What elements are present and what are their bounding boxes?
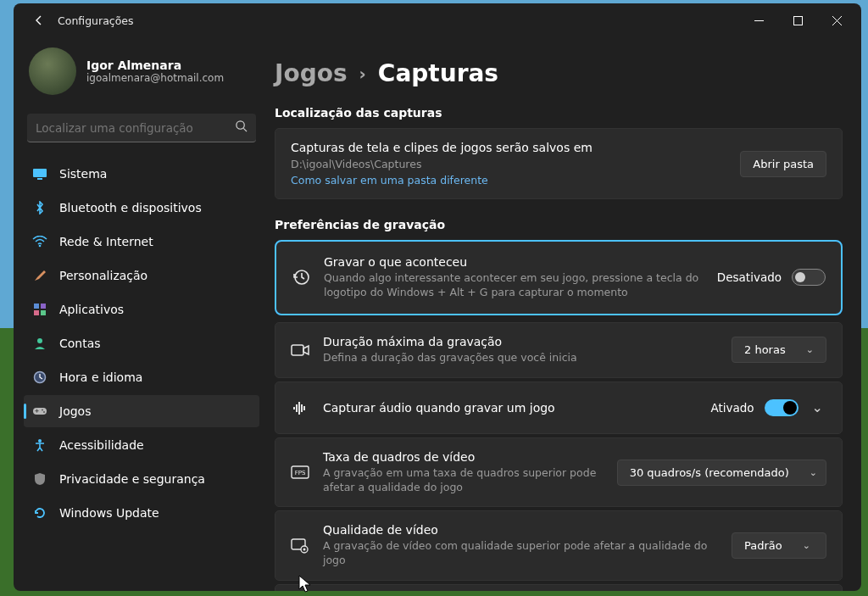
main-content: Jogos › Capturas Localização das captura… — [266, 37, 861, 591]
svg-rect-9 — [34, 304, 39, 309]
toggle-state-label: Desativado — [717, 270, 782, 284]
location-title: Capturas de tela e clipes de jogos serão… — [291, 141, 593, 154]
svg-text:FPS: FPS — [295, 470, 306, 476]
row-title: Capturar áudio quando gravar um jogo — [323, 401, 697, 415]
record-what-happened-row: Gravar o que aconteceu Quando algo inter… — [275, 240, 843, 315]
profile-email: igoalmenara@hotmail.com — [86, 72, 224, 84]
section-title-prefs: Preferências de gravação — [275, 218, 843, 231]
row-title: Duração máxima da gravação — [323, 335, 718, 348]
select-value: 30 quadros/s (recomendado) — [630, 466, 789, 479]
apps-icon — [32, 302, 47, 317]
sidebar-item-aplicativos[interactable]: Aplicativos — [24, 293, 259, 326]
profile[interactable]: Igor Almenara igoalmenara@hotmail.com — [24, 42, 259, 110]
nav-label: Contas — [59, 337, 101, 350]
capture-location-card: Capturas de tela e clipes de jogos serão… — [275, 128, 843, 199]
minimize-button[interactable] — [739, 7, 778, 34]
sidebar-item-hora[interactable]: Hora e idioma — [24, 361, 259, 393]
chevron-down-icon: ⌄ — [810, 467, 817, 478]
location-path: D:\igoal\Videos\Captures — [291, 158, 593, 170]
svg-point-16 — [42, 409, 43, 411]
nav-label: Sistema — [59, 167, 107, 181]
update-icon — [32, 505, 47, 521]
app-title: Configurações — [58, 14, 134, 27]
fps-select[interactable]: 30 quadros/s (recomendado) ⌄ — [617, 460, 826, 486]
svg-rect-26 — [301, 404, 303, 412]
sidebar-item-sistema[interactable]: Sistema — [24, 158, 259, 190]
profile-name: Igor Almenara — [86, 58, 224, 72]
svg-rect-1 — [793, 16, 802, 25]
sidebar-item-rede[interactable]: Rede & Internet — [24, 226, 259, 258]
clock-icon — [32, 370, 47, 385]
row-sub: A gravação em uma taxa de quadros superi… — [323, 466, 604, 495]
svg-point-13 — [37, 338, 42, 343]
location-help-link[interactable]: Como salvar em uma pasta diferente — [291, 174, 593, 187]
svg-rect-7 — [37, 178, 42, 180]
display-icon — [32, 166, 47, 181]
record-history-icon — [292, 268, 310, 287]
svg-rect-23 — [293, 407, 295, 409]
chevron-down-icon: ⌄ — [803, 540, 810, 551]
wifi-icon — [32, 234, 47, 249]
settings-window: Configurações Igor Almenara igoalmenara@… — [14, 3, 861, 591]
row-title: Gravar o que aconteceu — [324, 255, 704, 269]
row-sub: Quando algo interessante acontecer em se… — [324, 271, 704, 300]
sidebar-item-personalizacao[interactable]: Personalização — [24, 259, 259, 292]
expand-chevron[interactable]: ⌄ — [809, 399, 826, 415]
chevron-right-icon: › — [359, 64, 366, 84]
breadcrumb-parent[interactable]: Jogos — [275, 59, 348, 87]
svg-point-4 — [236, 121, 244, 129]
audio-toggle[interactable] — [765, 399, 798, 416]
person-icon — [32, 336, 47, 351]
nav: Sistema Bluetooth e dispositivos Rede & … — [24, 158, 259, 529]
section-title-location: Localização das capturas — [275, 106, 843, 120]
svg-point-17 — [43, 411, 45, 413]
svg-rect-6 — [33, 169, 47, 177]
svg-rect-27 — [303, 406, 305, 410]
titlebar: Configurações — [14, 3, 861, 37]
bluetooth-icon — [32, 200, 47, 215]
svg-point-20 — [38, 439, 42, 443]
window-controls — [739, 7, 856, 34]
gamepad-icon — [32, 404, 47, 419]
fps-row: FPS Taxa de quadros de vídeo A gravação … — [275, 437, 843, 508]
sidebar-item-jogos[interactable]: Jogos — [24, 395, 259, 427]
max-duration-row: Duração máxima da gravação Defina a dura… — [275, 322, 843, 378]
accessibility-icon — [32, 437, 47, 453]
sidebar-item-privacidade[interactable]: Privacidade e segurança — [24, 463, 259, 495]
maximize-button[interactable] — [778, 7, 817, 34]
select-value: 2 horas — [744, 343, 786, 356]
record-toggle[interactable] — [792, 269, 826, 286]
close-button[interactable] — [817, 7, 856, 34]
search-icon — [235, 120, 248, 136]
svg-rect-25 — [298, 402, 300, 415]
nav-label: Bluetooth e dispositivos — [59, 201, 202, 214]
sidebar-item-windows-update[interactable]: Windows Update — [24, 497, 259, 529]
breadcrumb: Jogos › Capturas — [275, 59, 843, 87]
svg-rect-11 — [34, 310, 39, 315]
nav-label: Personalização — [59, 269, 147, 282]
chevron-down-icon: ⌄ — [806, 344, 814, 355]
quality-select[interactable]: Padrão ⌄ — [732, 532, 826, 559]
sidebar: Igor Almenara igoalmenara@hotmail.com Si… — [14, 37, 266, 591]
open-folder-button[interactable]: Abrir pasta — [740, 151, 826, 177]
nav-label: Aplicativos — [59, 303, 124, 316]
nav-label: Rede & Internet — [59, 235, 153, 248]
row-sub: A gravação de vídeo com qualidade superi… — [323, 539, 718, 568]
sidebar-item-acessibilidade[interactable]: Acessibilidade — [24, 429, 259, 461]
row-title: Taxa de quadros de vídeo — [323, 450, 604, 464]
brush-icon — [32, 268, 47, 283]
search-input[interactable] — [36, 121, 235, 135]
nav-label: Acessibilidade — [59, 438, 144, 452]
nav-label: Jogos — [59, 404, 91, 418]
breadcrumb-current: Capturas — [378, 59, 498, 87]
sidebar-item-contas[interactable]: Contas — [24, 327, 259, 359]
search-box[interactable] — [27, 114, 256, 142]
svg-rect-22 — [292, 345, 303, 355]
quality-icon — [291, 538, 309, 554]
audio-icon — [291, 401, 309, 415]
capture-audio-row[interactable]: Capturar áudio quando gravar um jogo Ati… — [275, 382, 843, 434]
duration-select[interactable]: 2 horas ⌄ — [732, 337, 826, 363]
fps-icon: FPS — [291, 465, 309, 479]
sidebar-item-bluetooth[interactable]: Bluetooth e dispositivos — [24, 192, 259, 224]
back-button[interactable] — [25, 7, 53, 34]
